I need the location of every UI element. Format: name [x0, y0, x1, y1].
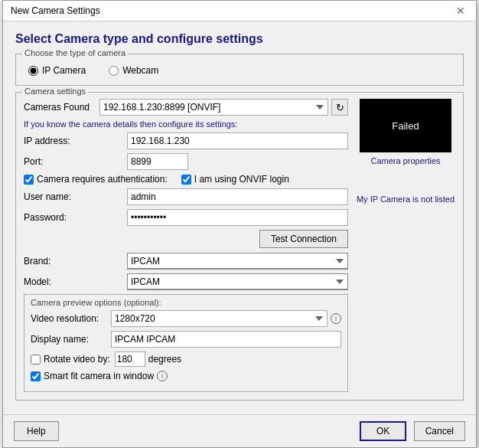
- ip-input[interactable]: [127, 132, 348, 149]
- port-row: Port:: [24, 153, 348, 170]
- smart-fit-row: Smart fit camera in window i: [31, 371, 341, 381]
- ok-button[interactable]: OK: [360, 421, 406, 441]
- rotate-checkbox-label[interactable]: Rotate video by:: [31, 354, 110, 365]
- onvif-checkbox-label[interactable]: I am using ONVIF login: [181, 174, 289, 185]
- section-title: Select Camera type and configure setting…: [15, 32, 464, 46]
- rotate-input[interactable]: [115, 352, 145, 367]
- cancel-button[interactable]: Cancel: [414, 421, 465, 441]
- camera-settings-inner: Cameras Found 192.168.1.230:8899 [ONVIF]…: [24, 99, 455, 392]
- password-row: Password:: [24, 209, 348, 226]
- model-label: Model:: [24, 276, 127, 287]
- smart-fit-checkbox[interactable]: [31, 371, 41, 381]
- camera-type-radio-row: IP Camera Webcam: [24, 62, 455, 77]
- camera-settings-group: Camera settings Cameras Found 192.168.1.…: [15, 92, 464, 401]
- port-label: Port:: [24, 156, 127, 167]
- smart-fit-info-icon[interactable]: i: [157, 371, 168, 381]
- cameras-found-select[interactable]: 192.168.1.230:8899 [ONVIF]: [99, 99, 328, 116]
- camera-settings-group-label: Camera settings: [22, 87, 88, 96]
- display-name-input[interactable]: [111, 331, 341, 348]
- password-label: Password:: [24, 212, 127, 223]
- footer-bar: Help OK Cancel: [3, 414, 476, 447]
- preview-black-box: Failed: [360, 99, 451, 152]
- auth-label: Camera requires authentication:: [37, 174, 168, 185]
- cameras-found-row: Cameras Found 192.168.1.230:8899 [ONVIF]…: [24, 99, 348, 116]
- display-name-label: Display name:: [31, 334, 111, 345]
- auth-checkbox[interactable]: [24, 175, 34, 185]
- webcam-label: Webcam: [122, 65, 158, 76]
- onvif-checkbox[interactable]: [181, 175, 191, 185]
- ip-camera-radio[interactable]: [28, 66, 38, 76]
- rotate-input-group: degrees: [115, 352, 181, 367]
- refresh-button[interactable]: ↻: [331, 99, 348, 116]
- display-name-row: Display name:: [31, 331, 341, 348]
- rotate-checkbox[interactable]: [31, 355, 41, 365]
- camera-type-group: Choose the type of camera IP Camera Webc…: [15, 54, 464, 86]
- test-connection-button[interactable]: Test Connection: [259, 230, 348, 248]
- ip-label: IP address:: [24, 136, 127, 146]
- password-input[interactable]: [127, 209, 348, 226]
- auth-row: Camera requires authentication: I am usi…: [24, 174, 348, 185]
- webcam-radio[interactable]: [109, 66, 119, 76]
- rotate-label: Rotate video by:: [44, 354, 110, 365]
- dialog-window: New Camera Settings ✕ Select Camera type…: [2, 0, 477, 448]
- hint-text: If you know the camera details then conf…: [24, 119, 348, 129]
- video-res-info-icon[interactable]: i: [331, 313, 341, 324]
- username-row: User name:: [24, 188, 348, 205]
- titlebar-title: New Camera Settings: [11, 5, 100, 16]
- video-res-row: Video resolution: 1280x720 i: [31, 310, 341, 327]
- titlebar: New Camera Settings ✕: [3, 1, 476, 21]
- cameras-found-label: Cameras Found: [24, 102, 96, 113]
- webcam-option[interactable]: Webcam: [109, 65, 158, 76]
- preview-options-label: Camera preview options (optional):: [31, 298, 341, 307]
- dialog-body: Select Camera type and configure setting…: [3, 21, 476, 414]
- preview-options-box: Camera preview options (optional): Video…: [24, 294, 348, 392]
- footer-right-buttons: OK Cancel: [360, 421, 465, 441]
- camera-properties-link[interactable]: Camera properties: [370, 156, 440, 165]
- ip-camera-option[interactable]: IP Camera: [28, 65, 86, 76]
- brand-label: Brand:: [24, 256, 127, 267]
- close-button[interactable]: ✕: [453, 5, 468, 16]
- help-button[interactable]: Help: [14, 421, 59, 441]
- port-input[interactable]: [127, 153, 188, 170]
- not-listed-link[interactable]: My IP Camera is not listed: [357, 195, 455, 204]
- camera-type-group-label: Choose the type of camera: [22, 48, 128, 57]
- brand-row: Brand: IPCAM: [24, 253, 348, 270]
- onvif-label: I am using ONVIF login: [194, 174, 289, 185]
- camera-settings-right: Failed Camera properties My IP Camera is…: [356, 99, 455, 392]
- rotate-suffix: degrees: [148, 354, 181, 365]
- auth-checkbox-label[interactable]: Camera requires authentication:: [24, 174, 168, 185]
- ip-row: IP address:: [24, 132, 348, 149]
- smart-fit-label[interactable]: Smart fit camera in window: [31, 371, 154, 381]
- brand-select[interactable]: IPCAM: [127, 253, 348, 270]
- preview-status: Failed: [392, 120, 419, 132]
- username-label: User name:: [24, 191, 127, 202]
- video-res-select[interactable]: 1280x720: [111, 310, 327, 327]
- ip-camera-label: IP Camera: [42, 65, 86, 76]
- video-res-label: Video resolution:: [31, 313, 111, 324]
- rotate-row: Rotate video by: degrees: [31, 352, 341, 367]
- username-input[interactable]: [127, 188, 348, 205]
- model-row: Model: IPCAM: [24, 273, 348, 290]
- model-select[interactable]: IPCAM: [127, 273, 348, 290]
- camera-settings-left: Cameras Found 192.168.1.230:8899 [ONVIF]…: [24, 99, 348, 392]
- smart-fit-text: Smart fit camera in window: [44, 371, 154, 381]
